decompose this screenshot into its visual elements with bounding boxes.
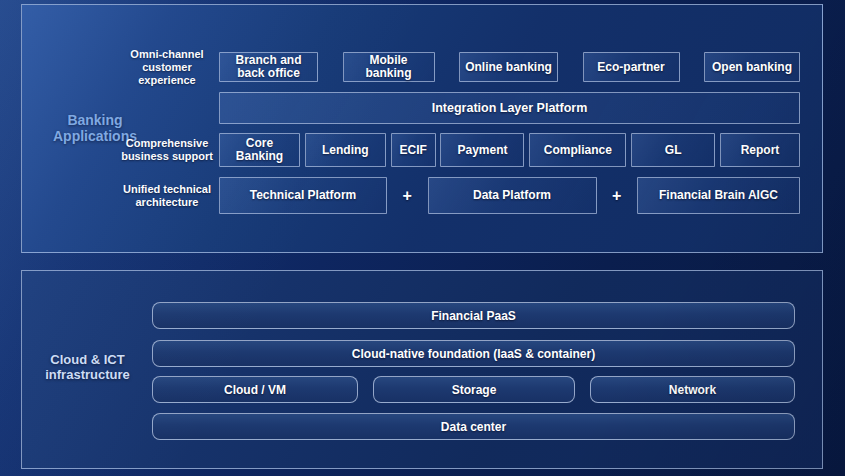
box-label: ECIF bbox=[399, 144, 426, 157]
box-eco-partner: Eco-partner bbox=[583, 52, 680, 82]
box-label: Storage bbox=[452, 383, 497, 397]
box-label: Network bbox=[669, 383, 716, 397]
box-label: Branch and back office bbox=[233, 54, 305, 80]
box-network: Network bbox=[590, 376, 795, 403]
plus-sign: + bbox=[612, 187, 621, 205]
box-gl: GL bbox=[631, 133, 715, 167]
omni-channel-row-label: Omni-channel customer experience bbox=[100, 48, 234, 87]
box-label: Cloud-native foundation (IaaS & containe… bbox=[352, 347, 595, 361]
box-data-platform: Data Platform bbox=[428, 177, 597, 214]
box-report: Report bbox=[720, 133, 800, 167]
omni-channel-row: Branch and back office Mobile banking On… bbox=[219, 52, 800, 82]
plus-sign: + bbox=[403, 187, 412, 205]
box-label: GL bbox=[665, 144, 682, 157]
plus-separator: + bbox=[612, 177, 621, 214]
box-label: Payment bbox=[457, 144, 507, 157]
box-cloud-native-foundation: Cloud-native foundation (IaaS & containe… bbox=[152, 340, 795, 367]
box-open-banking: Open banking bbox=[704, 52, 800, 82]
box-label: Mobile banking bbox=[363, 54, 415, 80]
technical-architecture-row: Technical Platform + Data Platform + Fin… bbox=[219, 177, 800, 214]
architecture-slide: Banking Applications Omni-channel custom… bbox=[0, 0, 845, 476]
cloud-ict-section-label: Cloud & ICT infrastructure bbox=[20, 352, 155, 382]
box-label: Data Platform bbox=[473, 189, 551, 202]
technical-architecture-row-label: Unified technical architecture bbox=[100, 183, 234, 209]
box-label: Eco-partner bbox=[597, 61, 664, 74]
box-label: Compliance bbox=[544, 144, 612, 157]
integration-layer-platform-label: Integration Layer Platform bbox=[432, 101, 588, 115]
box-label: Report bbox=[741, 144, 780, 157]
box-core-banking: Core Banking bbox=[219, 133, 300, 167]
box-label: Financial PaaS bbox=[431, 309, 516, 323]
box-label: Data center bbox=[441, 420, 506, 434]
infrastructure-row: Cloud / VM Storage Network bbox=[152, 376, 795, 403]
technical-architecture-row-label-text: Unified technical architecture bbox=[112, 183, 222, 209]
box-label: Open banking bbox=[712, 61, 792, 74]
box-lending: Lending bbox=[305, 133, 386, 167]
box-ecif: ECIF bbox=[391, 133, 436, 167]
box-label: Core Banking bbox=[234, 137, 286, 163]
box-label: Financial Brain AIGC bbox=[659, 189, 778, 202]
business-support-row: Core Banking Lending ECIF Payment Compli… bbox=[219, 133, 800, 167]
business-support-row-label-text: Comprehensive business support bbox=[117, 137, 217, 163]
integration-layer-platform-bar: Integration Layer Platform bbox=[219, 92, 800, 124]
omni-channel-row-label-text: Omni-channel customer experience bbox=[126, 48, 208, 87]
box-financial-brain-aigc: Financial Brain AIGC bbox=[637, 177, 800, 214]
box-compliance: Compliance bbox=[529, 133, 626, 167]
box-data-center: Data center bbox=[152, 413, 795, 440]
plus-separator: + bbox=[403, 177, 412, 214]
box-cloud-vm: Cloud / VM bbox=[152, 376, 358, 403]
cloud-ict-section-label-text: Cloud & ICT infrastructure bbox=[33, 352, 143, 382]
box-financial-paas: Financial PaaS bbox=[152, 302, 795, 329]
box-label: Technical Platform bbox=[250, 189, 356, 202]
box-payment: Payment bbox=[440, 133, 524, 167]
box-branch-and-back-office: Branch and back office bbox=[219, 52, 318, 82]
box-mobile-banking: Mobile banking bbox=[343, 52, 435, 82]
box-label: Online banking bbox=[465, 61, 552, 74]
box-storage: Storage bbox=[373, 376, 575, 403]
business-support-row-label: Comprehensive business support bbox=[100, 137, 234, 163]
box-label: Lending bbox=[322, 144, 369, 157]
box-online-banking: Online banking bbox=[459, 52, 558, 82]
box-technical-platform: Technical Platform bbox=[219, 177, 387, 214]
box-label: Cloud / VM bbox=[224, 383, 286, 397]
